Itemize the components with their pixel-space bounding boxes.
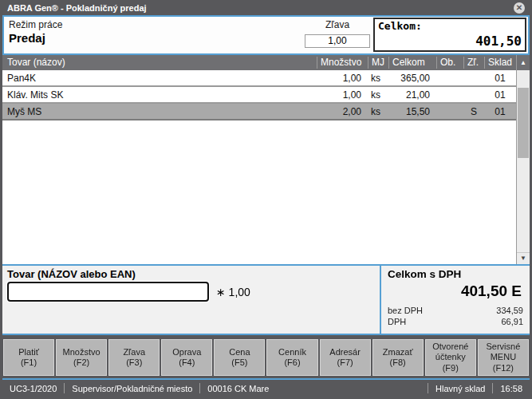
totals-vat-line: DPH 66,91 bbox=[388, 316, 523, 327]
bottom-panel: Tovar (NÁZOV alebo EAN) ∗ 1,00 Celkom s … bbox=[2, 264, 530, 335]
status-warehouse: Hlavný sklad bbox=[428, 384, 492, 393]
scroll-up-icon[interactable]: ▲ bbox=[517, 55, 530, 70]
without-vat-value: 334,59 bbox=[496, 305, 523, 316]
totals-section: Celkom s DPH 401,50 E bez DPH 334,59 DPH… bbox=[380, 266, 530, 334]
work-mode-label: Režim práce bbox=[9, 19, 62, 30]
cell-sklad: 01 bbox=[484, 73, 516, 84]
vat-value: 66,91 bbox=[501, 316, 523, 327]
window-title: ABRA Gen® - Pokladničný predaj bbox=[7, 3, 147, 13]
work-mode-block: Režim práce Predaj bbox=[4, 17, 62, 53]
top-panel: Režim práce Predaj Zľava Celkom: 401,50 bbox=[2, 15, 530, 55]
title-bar: ABRA Gen® - Pokladničný predaj ✕ bbox=[2, 0, 530, 15]
vat-label: DPH bbox=[388, 316, 406, 327]
discount-button[interactable]: Zľava(F3) bbox=[108, 339, 160, 376]
item-entry-section: Tovar (NÁZOV alebo EAN) ∗ 1,00 bbox=[2, 266, 380, 334]
col-header-zl: Zľ. bbox=[463, 57, 484, 69]
table-header-row: Tovar (názov) Množstvo MJ Celkom Ob. Zľ.… bbox=[2, 55, 516, 70]
col-header-tovar: Tovar (názov) bbox=[2, 57, 317, 69]
quantity-multiplier: ∗ 1,00 bbox=[216, 286, 250, 298]
cell-mnozstvo: 2,00 bbox=[317, 106, 368, 117]
items-table: Tovar (názov) Množstvo MJ Celkom Ob. Zľ.… bbox=[2, 55, 516, 264]
status-bar: UC3-1/2020 Supervisor/Pokladničné miesto… bbox=[2, 380, 530, 397]
cell-celkom: 365,00 bbox=[388, 73, 436, 84]
function-button-bar: Platiť(F1) Množstvo(F2) Zľava(F3) Oprava… bbox=[2, 335, 530, 380]
grand-total-label: Celkom: bbox=[378, 20, 522, 32]
table-row[interactable]: Kláv. Mits SK 1,00 ks 21,00 01 bbox=[2, 87, 516, 104]
cell-tovar: Pan4K bbox=[2, 73, 317, 84]
cell-sklad: 01 bbox=[484, 89, 516, 101]
open-receipts-button[interactable]: Otvorené účtenky(F9) bbox=[425, 339, 476, 376]
pricelist-button[interactable]: Cenník(F6) bbox=[266, 339, 317, 376]
totals-title: Celkom s DPH bbox=[388, 268, 523, 280]
totals-value: 401,50 E bbox=[388, 282, 522, 300]
cell-tovar: Myš MS bbox=[2, 106, 317, 117]
table-body: Pan4K 1,00 ks 365,00 01 Kláv. Mits SK 1,… bbox=[2, 70, 516, 264]
pay-button[interactable]: Platiť(F1) bbox=[3, 339, 54, 376]
addressbook-button[interactable]: Adresár(F7) bbox=[320, 339, 371, 376]
discount-block: Zľava bbox=[305, 19, 370, 48]
scroll-down-icon[interactable]: ▼ bbox=[517, 252, 530, 264]
quantity-button[interactable]: Množstvo(F2) bbox=[56, 339, 107, 376]
cell-celkom: 15,50 bbox=[388, 106, 436, 117]
status-customer: 00016 CK Mare bbox=[200, 384, 276, 393]
price-button[interactable]: Cena(F5) bbox=[214, 339, 265, 376]
app-window: ABRA Gen® - Pokladničný predaj ✕ Režim p… bbox=[0, 0, 532, 399]
scrollbar-track[interactable] bbox=[517, 70, 530, 252]
correction-button[interactable]: Oprava(F4) bbox=[161, 339, 212, 376]
cell-mj: ks bbox=[368, 89, 388, 101]
item-entry-label: Tovar (NÁZOV alebo EAN) bbox=[7, 268, 375, 280]
status-user: Supervisor/Pokladničné miesto bbox=[65, 384, 199, 393]
service-menu-button[interactable]: Servisné MENU(F12) bbox=[478, 339, 529, 376]
items-table-area: Tovar (názov) Množstvo MJ Celkom Ob. Zľ.… bbox=[2, 55, 530, 264]
col-header-ob: Ob. bbox=[436, 57, 463, 69]
cell-zl: S bbox=[463, 106, 484, 117]
table-row-selected[interactable]: Myš MS 2,00 ks 15,50 S 01 bbox=[2, 104, 516, 120]
without-vat-label: bez DPH bbox=[388, 305, 423, 316]
item-entry-input[interactable] bbox=[7, 282, 209, 302]
cell-celkom: 21,00 bbox=[388, 89, 436, 101]
vertical-scrollbar[interactable]: ▲ ▼ bbox=[516, 55, 530, 264]
table-row[interactable]: Pan4K 1,00 ks 365,00 01 bbox=[2, 70, 516, 87]
close-icon[interactable]: ✕ bbox=[514, 2, 525, 14]
status-time: 16:58 bbox=[493, 384, 530, 393]
col-header-mj: MJ bbox=[368, 57, 388, 69]
cell-mnozstvo: 1,00 bbox=[317, 89, 368, 101]
col-header-celkom: Celkom bbox=[388, 57, 436, 69]
item-entry-row: ∗ 1,00 bbox=[7, 282, 375, 302]
col-header-sklad: Sklad bbox=[484, 57, 516, 69]
discount-label: Zľava bbox=[305, 19, 370, 30]
discount-input[interactable] bbox=[305, 34, 370, 48]
delete-button[interactable]: Zmazať(F8) bbox=[372, 339, 424, 376]
cell-mnozstvo: 1,00 bbox=[317, 73, 368, 84]
grand-total-value: 401,50 bbox=[378, 34, 522, 49]
cell-tovar: Kláv. Mits SK bbox=[2, 89, 317, 101]
totals-without-vat-line: bez DPH 334,59 bbox=[388, 305, 523, 316]
status-session: UC3-1/2020 bbox=[2, 384, 64, 393]
cell-mj: ks bbox=[368, 106, 388, 117]
col-header-mnozstvo: Množstvo bbox=[317, 57, 368, 69]
grand-total-box: Celkom: 401,50 bbox=[373, 18, 526, 52]
work-mode-value: Predaj bbox=[9, 31, 62, 45]
cell-sklad: 01 bbox=[484, 106, 516, 117]
scrollbar-thumb[interactable] bbox=[518, 88, 529, 158]
cell-mj: ks bbox=[368, 73, 388, 84]
